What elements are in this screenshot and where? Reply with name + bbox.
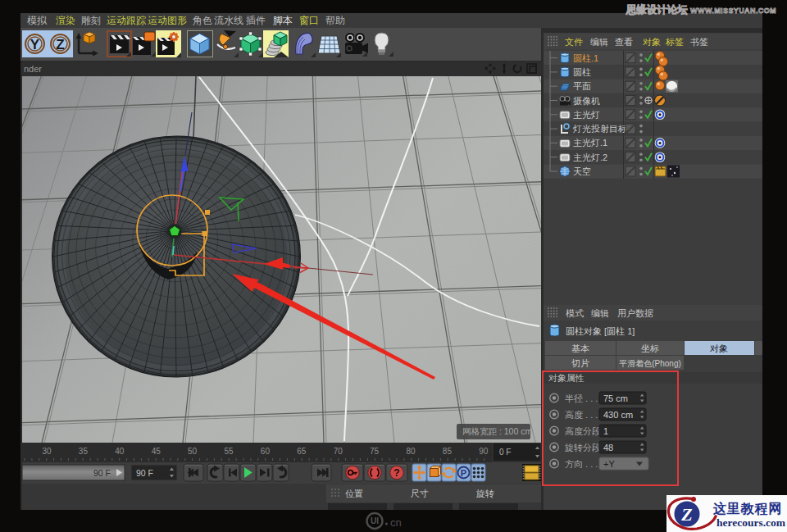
svg-text:65: 65 <box>297 447 307 456</box>
svg-text:UI: UI <box>371 516 379 525</box>
svg-text:主光灯: 主光灯 <box>573 110 600 120</box>
svg-text:编辑: 编辑 <box>590 37 608 47</box>
svg-text:30: 30 <box>42 447 52 456</box>
svg-text:80: 80 <box>406 447 416 456</box>
svg-text:圆柱.1: 圆柱.1 <box>573 53 598 63</box>
svg-text:75: 75 <box>370 447 380 456</box>
svg-text:Y: Y <box>30 37 40 52</box>
svg-text:摄像机: 摄像机 <box>573 96 600 106</box>
svg-text:?: ? <box>394 467 399 479</box>
svg-text:50: 50 <box>188 447 198 456</box>
svg-text:模式: 模式 <box>566 308 584 318</box>
svg-text:cn: cn <box>390 516 402 529</box>
svg-text:55: 55 <box>224 447 234 456</box>
svg-text:对象: 对象 <box>710 343 728 353</box>
svg-text:35: 35 <box>79 447 89 456</box>
svg-text:主光灯.1: 主光灯.1 <box>573 138 607 148</box>
svg-text:85: 85 <box>443 447 453 456</box>
svg-text:herecours.com: herecours.com <box>716 516 786 529</box>
svg-text:Z: Z <box>680 504 692 525</box>
svg-text:Z: Z <box>56 37 64 52</box>
svg-text:查看: 查看 <box>615 37 633 47</box>
svg-text:圆柱对象 [圆柱 1]: 圆柱对象 [圆柱 1] <box>566 326 635 336</box>
svg-text:70: 70 <box>334 447 343 456</box>
svg-text:45: 45 <box>152 447 161 456</box>
svg-text:90 F: 90 F <box>93 468 111 478</box>
svg-text:60: 60 <box>261 447 271 456</box>
svg-text:文件: 文件 <box>565 37 583 47</box>
svg-text:用户数据: 用户数据 <box>617 308 653 318</box>
svg-text:尺寸: 尺寸 <box>411 489 429 498</box>
svg-text:这里教程网: 这里教程网 <box>712 501 782 516</box>
svg-text:坐标: 坐标 <box>641 343 659 353</box>
svg-text:灯光投射目标: 灯光投射目标 <box>572 124 627 134</box>
svg-text:90 F: 90 F <box>136 468 153 478</box>
svg-text:平滑着色(Phong): 平滑着色(Phong) <box>619 359 681 368</box>
svg-text:主光灯.2: 主光灯.2 <box>573 152 607 162</box>
svg-text:位置: 位置 <box>345 489 363 498</box>
svg-text:基本: 基本 <box>571 343 589 353</box>
svg-text:编辑: 编辑 <box>591 308 609 318</box>
svg-text:切片: 切片 <box>571 358 589 368</box>
svg-text:旋转: 旋转 <box>475 489 494 498</box>
svg-text:0 F: 0 F <box>499 448 511 457</box>
svg-text:40: 40 <box>115 447 125 456</box>
svg-text:圆柱: 圆柱 <box>573 67 591 77</box>
svg-text:P: P <box>461 468 466 478</box>
svg-text:书签: 书签 <box>690 37 708 47</box>
svg-text:平面: 平面 <box>573 81 591 91</box>
svg-text:标签: 标签 <box>665 37 684 47</box>
svg-text:网格宽距 : 100 cm: 网格宽距 : 100 cm <box>462 426 532 436</box>
svg-text:对象: 对象 <box>643 37 661 47</box>
svg-text:天空: 天空 <box>573 166 591 176</box>
svg-text:90: 90 <box>479 447 489 456</box>
